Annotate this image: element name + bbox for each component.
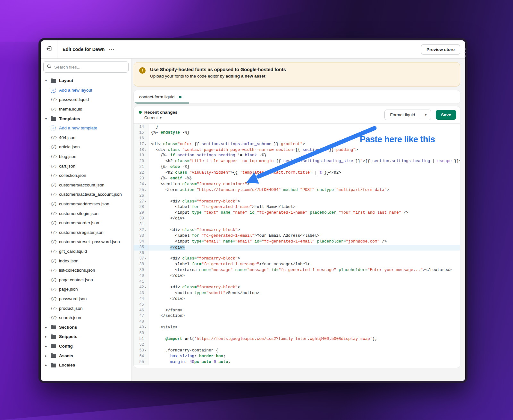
sidebar-item-assets[interactable]: ▸Assets bbox=[43, 351, 129, 360]
fold-chevron-icon[interactable]: ▾ bbox=[144, 142, 147, 147]
code-line-34[interactable]: 34 <input type="email" name="email" id="… bbox=[134, 239, 460, 245]
code-line-23[interactable]: 23 {%- endif -%} bbox=[134, 176, 460, 182]
code-line-47[interactable]: 47 </section> bbox=[134, 313, 460, 319]
sidebar-item-customers-account-json[interactable]: {/}customers/account.json bbox=[43, 180, 129, 190]
code-line-44[interactable]: 44 </div> bbox=[134, 296, 460, 302]
code-line-21[interactable]: 21 {%- else -%} bbox=[134, 164, 460, 170]
fold-chevron-icon[interactable]: ▾ bbox=[144, 147, 147, 153]
sidebar-item-label: Add a new layout bbox=[59, 88, 92, 93]
code-line-30[interactable]: 30 </div> bbox=[134, 216, 460, 222]
code-line-31[interactable]: 31 bbox=[134, 222, 460, 227]
code-line-37[interactable]: 37▾ <div class="formcarry-block"> bbox=[134, 256, 460, 262]
sidebar-item-cart-json[interactable]: {/}cart.json bbox=[43, 161, 129, 171]
code-line-51[interactable]: 51 @import url('https://fonts.googleapis… bbox=[134, 336, 460, 342]
sidebar-item-locales[interactable]: ▸Locales bbox=[43, 360, 129, 370]
code-editor[interactable]: 14 }15{%- endstyle -%}1617▾<div class="c… bbox=[134, 124, 460, 368]
code-line-19[interactable]: 19 {%- if section.settings.heading != bl… bbox=[134, 153, 460, 159]
code-line-15[interactable]: 15{%- endstyle -%} bbox=[134, 130, 460, 136]
sidebar-item-article-json[interactable]: {/}article.json bbox=[43, 142, 129, 152]
sidebar-item-customers-activate-account-json[interactable]: {/}customers/activate_account.json bbox=[43, 190, 129, 199]
code-line-32[interactable]: 32▾ <div class="formcarry-block"> bbox=[134, 227, 460, 233]
sidebar-item-theme-liquid[interactable]: {/}theme.liquid bbox=[43, 104, 129, 114]
code-line-42[interactable]: 42▾ <div class="formcarry-block"> bbox=[134, 285, 460, 291]
code-line-38[interactable]: 38 <label for="fc-generated-1-message">Y… bbox=[134, 262, 460, 268]
sidebar-item-collection-json[interactable]: {/}collection.json bbox=[43, 171, 129, 180]
fold-chevron-icon[interactable]: ▾ bbox=[144, 325, 147, 331]
save-button[interactable]: Save bbox=[436, 110, 456, 120]
code-line-28[interactable]: 28 <label for="fc-generated-1-name">Full… bbox=[134, 204, 460, 210]
more-menu-button[interactable]: ••• bbox=[109, 47, 115, 51]
code-line-25[interactable]: 25▾ <form action="https://formcarry.com/… bbox=[134, 187, 460, 193]
sidebar-item-product-json[interactable]: {/}product.json bbox=[43, 303, 129, 313]
sidebar-item-customers-order-json[interactable]: {/}customers/order.json bbox=[43, 218, 129, 228]
code-line-45[interactable]: 45 bbox=[134, 302, 460, 308]
format-liquid-button[interactable]: Format liquid bbox=[385, 110, 420, 120]
sidebar-item-page-json[interactable]: {/}page.json bbox=[43, 284, 129, 294]
sidebar-item-password-liquid[interactable]: {/}password.liquid bbox=[43, 95, 129, 104]
code-line-16[interactable]: 16 bbox=[134, 136, 460, 142]
fold-chevron-icon[interactable]: ▾ bbox=[144, 182, 147, 187]
code-line-27[interactable]: 27▾ <div class="formcarry-block"> bbox=[134, 199, 460, 205]
fold-chevron-icon[interactable]: ▾ bbox=[144, 256, 147, 262]
sidebar-item-customers-addresses-json[interactable]: {/}customers/addresses.json bbox=[43, 199, 129, 209]
sidebar-item-404-json[interactable]: {/}404.json bbox=[43, 133, 129, 143]
tab-contact-form-liquid[interactable]: contact-form.liquid bbox=[134, 90, 190, 103]
sidebar-item-snippets[interactable]: ▸Snippets bbox=[43, 332, 129, 342]
fold-chevron-icon[interactable]: ▾ bbox=[144, 199, 147, 205]
search-box[interactable] bbox=[43, 61, 129, 73]
code-line-36[interactable]: 36 bbox=[134, 251, 460, 256]
sidebar-item-config[interactable]: ▸Config bbox=[43, 342, 129, 351]
code-line-29[interactable]: 29 <input type="text" name="name" id="fc… bbox=[134, 210, 460, 216]
code-line-52[interactable]: 52 bbox=[134, 342, 460, 348]
sidebar-item-customers-reset-password-json[interactable]: {/}customers/reset_password.json bbox=[43, 237, 129, 247]
code-line-50[interactable]: 50 bbox=[134, 331, 460, 336]
fold-chevron-icon[interactable]: ▾ bbox=[144, 285, 147, 291]
code-line-18[interactable]: 18▾ <div class="contact page-width page-… bbox=[134, 147, 460, 153]
sidebar-item-blog-json[interactable]: {/}blog.json bbox=[43, 152, 129, 161]
code-line-22[interactable]: 22 <h2 class="visually-hidden">{{ 'templ… bbox=[134, 170, 460, 176]
sidebar-item-page-contact-json[interactable]: {/}page.contact.json bbox=[43, 275, 129, 284]
sidebar-item-templates[interactable]: ▾Templates bbox=[43, 114, 129, 123]
code-line-54[interactable]: 54 box-sizing: border-box; bbox=[134, 354, 460, 359]
sidebar-item-index-json[interactable]: {/}index.json bbox=[43, 256, 129, 266]
sidebar-item-customers-login-json[interactable]: {/}customers/login.json bbox=[43, 209, 129, 218]
add-new-asset-link[interactable]: adding a new asset bbox=[226, 74, 265, 78]
search-input[interactable] bbox=[54, 65, 125, 70]
preview-store-button[interactable]: Preview store bbox=[421, 44, 460, 55]
code-line-33[interactable]: 33 <label for="fc-generated-1-email">You… bbox=[134, 233, 460, 239]
code-line-53[interactable]: 53▾ .formcarry-container { bbox=[134, 348, 460, 354]
code-line-48[interactable]: 48 bbox=[134, 319, 460, 325]
line-number: 29 bbox=[134, 210, 148, 216]
sidebar-item-sections[interactable]: ▸Sections bbox=[43, 322, 129, 332]
fold-chevron-icon[interactable]: ▾ bbox=[144, 348, 147, 354]
code-line-46[interactable]: 46 </form> bbox=[134, 308, 460, 314]
line-number: 42▾ bbox=[134, 285, 148, 291]
sidebar-item-add-a-new-template[interactable]: +Add a new template bbox=[43, 123, 129, 133]
sidebar-item-gift-card-liquid[interactable]: {/}gift_card.liquid bbox=[43, 247, 129, 256]
sidebar-item-layout[interactable]: ▾Layout bbox=[43, 76, 129, 86]
code-line-39[interactable]: 39 <textarea name="message" name="messag… bbox=[134, 268, 460, 273]
code-line-49[interactable]: 49▾ <style> bbox=[134, 325, 460, 331]
code-line-35[interactable]: 35 </div> bbox=[134, 245, 460, 251]
code-line-26[interactable]: 26 bbox=[134, 193, 460, 199]
sidebar-item-search-json[interactable]: {/}search.json bbox=[43, 313, 129, 323]
sidebar-item-password-json[interactable]: {/}password.json bbox=[43, 294, 129, 304]
code-line-17[interactable]: 17▾<div class="color-{{ section.settings… bbox=[134, 142, 460, 147]
code-line-55[interactable]: 55 margin: 40px auto 0 auto; bbox=[134, 359, 460, 365]
format-liquid-caret-button[interactable]: ▼ bbox=[420, 110, 431, 120]
version-dropdown[interactable]: Current ▼ bbox=[144, 116, 178, 120]
code-line-43[interactable]: 43 <button type="submit">Send</button> bbox=[134, 291, 460, 296]
sidebar-item-list-collections-json[interactable]: {/}list-collections.json bbox=[43, 266, 129, 275]
code-line-24[interactable]: 24▾ <section class="formcarry-container"… bbox=[134, 182, 460, 187]
code-file-icon: {/} bbox=[51, 259, 59, 263]
code-line-20[interactable]: 20 <h2 class="title title-wrapper--no-to… bbox=[134, 159, 460, 164]
code-line-41[interactable]: 41 bbox=[134, 279, 460, 285]
sidebar-item-add-a-new-layout[interactable]: +Add a new layout bbox=[43, 86, 129, 95]
code-line-40[interactable]: 40 </div> bbox=[134, 273, 460, 279]
exit-button[interactable] bbox=[41, 40, 57, 58]
fold-chevron-icon[interactable]: ▾ bbox=[144, 187, 147, 193]
fold-chevron-icon[interactable]: ▾ bbox=[144, 227, 147, 233]
sidebar-item-customers-register-json[interactable]: {/}customers/register.json bbox=[43, 228, 129, 237]
sidebar-item-label: customers/order.json bbox=[59, 220, 99, 225]
code-line-14[interactable]: 14 } bbox=[134, 124, 460, 130]
